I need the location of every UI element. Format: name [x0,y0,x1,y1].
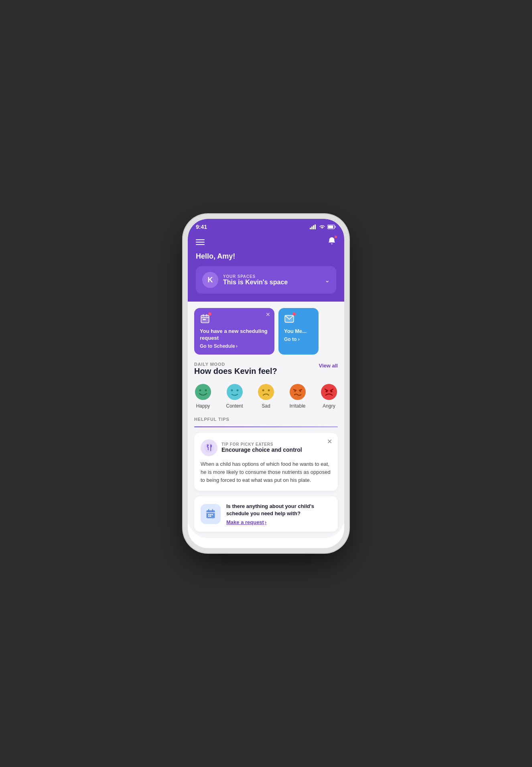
svg-point-14 [227,384,243,400]
svg-rect-31 [208,516,209,517]
fork-knife-icon [204,443,214,453]
wifi-icon [319,224,325,229]
schedule-help-card: Is there anything about your child's sch… [194,496,338,531]
mood-labels: DAILY MOOD How does Kevin feel? [194,362,277,381]
spaces-name: This is Kevin's space [223,279,288,286]
mood-label-sad: Sad [262,403,270,409]
scheduling-notification-card[interactable]: ✕ You have a new scheduling request Go t… [194,308,274,355]
mood-row: Happy Content [194,383,338,409]
happy-emoji [194,383,212,401]
schedule-help-text-wrap: Is there anything about your child's sch… [226,503,331,525]
notif-badge [208,312,211,316]
notifications-row: ✕ You have a new scheduling request Go t… [188,302,344,358]
chevron-down-icon: ⌄ [325,276,330,284]
notification-title: You have a new scheduling request [200,328,269,342]
mood-irritable[interactable]: Irritable [289,383,307,409]
schedule-icon [201,504,221,524]
spaces-info: YOUR SPACES This is Kevin's space [223,274,288,286]
header-top [196,237,336,247]
main-content: DAILY MOOD How does Kevin feel? View all… [188,358,344,538]
mood-content[interactable]: Content [226,383,244,409]
notif-icon-wrap-msg [284,314,294,326]
daily-mood-label: DAILY MOOD [194,362,277,367]
tip-meta: TIP FOR PICKY EATERS Encourage choice an… [221,442,302,453]
svg-rect-6 [328,226,333,228]
bell-badge [334,235,337,239]
svg-rect-2 [313,225,314,229]
svg-point-12 [199,389,201,391]
tip-category: TIP FOR PICKY EATERS [221,442,302,447]
svg-point-19 [268,389,270,391]
svg-rect-5 [335,226,336,228]
svg-point-26 [204,443,214,453]
make-request-link[interactable]: Make a request › [226,519,331,525]
message-notification-card[interactable]: You Me... Go to › [278,308,319,355]
menu-button[interactable] [196,239,205,245]
spaces-left: K YOUR SPACES This is Kevin's space [202,272,288,288]
message-notification-title: You Me... [284,328,313,335]
tip-card: ✕ TIP FOR PICKY EATER [194,433,338,491]
svg-point-21 [294,390,296,392]
spaces-card[interactable]: K YOUR SPACES This is Kevin's space ⌄ [196,266,336,294]
notification-bell[interactable] [327,237,336,247]
view-all-button[interactable]: View all [319,363,338,369]
notif-icon-wrap [200,314,210,326]
status-icons [310,224,336,229]
tip-body: When a child has options of which food h… [201,460,331,484]
svg-rect-30 [211,514,213,515]
svg-point-18 [262,389,264,391]
avatar: K [202,272,218,288]
sad-emoji [257,383,275,401]
mood-happy[interactable]: Happy [194,383,212,409]
mood-label-content: Content [226,403,243,409]
phone-screen: 9:41 [188,219,344,538]
svg-point-22 [299,390,301,392]
notif-badge-msg [292,312,296,316]
svg-point-16 [236,389,238,391]
calendar-schedule-icon [205,508,216,520]
svg-point-23 [321,384,337,400]
svg-point-20 [290,384,306,400]
greeting-text: Hello, Amy! [196,252,336,261]
svg-point-11 [195,384,211,400]
mood-question: How does Kevin feel? [194,367,277,376]
tip-subtitle: Encourage choice and control [221,447,302,453]
svg-rect-0 [310,228,311,229]
content-emoji [226,383,244,401]
status-bar: 9:41 [188,219,344,233]
schedule-help-question: Is there anything about your child's sch… [226,503,331,517]
irritable-emoji [289,383,307,401]
close-tip-button[interactable]: ✕ [327,438,332,445]
tip-header: TIP FOR PICKY EATERS Encourage choice an… [201,439,331,456]
spaces-label: YOUR SPACES [223,274,288,279]
mood-section-header: DAILY MOOD How does Kevin feel? View all [194,362,338,381]
mood-label-happy: Happy [196,403,210,409]
svg-point-13 [205,389,207,391]
angry-emoji [320,383,338,401]
svg-point-25 [331,390,333,392]
tips-divider [194,426,338,427]
status-time: 9:41 [196,224,207,230]
svg-point-15 [231,389,233,391]
svg-rect-29 [210,514,211,515]
svg-rect-32 [210,516,211,517]
tips-label: HELPFUL TIPS [194,417,338,422]
close-notification-button[interactable]: ✕ [266,311,270,318]
svg-rect-1 [311,226,313,229]
svg-rect-9 [204,319,205,320]
message-link[interactable]: Go to › [284,337,313,342]
svg-point-24 [326,390,328,392]
svg-point-17 [258,384,274,400]
mood-label-irritable: Irritable [289,403,305,409]
header: Hello, Amy! K YOUR SPACES This is Kevin'… [188,233,344,302]
svg-rect-28 [208,514,209,515]
battery-icon [327,224,336,229]
notification-link[interactable]: Go to Schedule › [200,343,269,349]
mood-angry[interactable]: Angry [320,383,338,409]
signal-icon [310,224,317,229]
mood-label-angry: Angry [323,403,335,409]
mood-sad[interactable]: Sad [257,383,275,409]
svg-rect-8 [203,319,204,320]
tip-icon [201,439,217,456]
svg-rect-3 [315,224,316,229]
